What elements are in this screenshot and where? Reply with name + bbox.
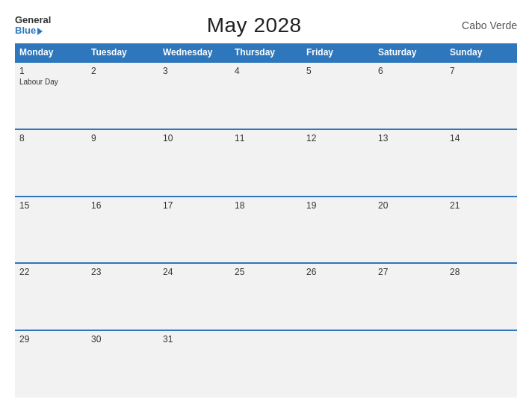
- day-number: 2: [91, 66, 154, 76]
- calendar-week-row: 293031: [15, 330, 517, 398]
- logo-blue-text: Blue: [15, 25, 51, 36]
- day-number: 10: [163, 133, 226, 143]
- day-number: 31: [163, 334, 226, 344]
- day-number: 9: [91, 133, 154, 143]
- day-number: 11: [235, 133, 297, 143]
- calendar-day-cell: 1Labour Day: [15, 62, 87, 129]
- col-header-monday: Monday: [15, 43, 87, 62]
- calendar-day-cell: 27: [374, 263, 445, 330]
- calendar-day-cell: 9: [87, 129, 158, 197]
- day-number: 30: [91, 334, 154, 344]
- col-header-friday: Friday: [302, 43, 374, 62]
- day-number: 7: [450, 66, 513, 76]
- calendar-day-cell: 4: [230, 62, 302, 129]
- col-header-sunday: Sunday: [445, 43, 517, 62]
- calendar-day-cell: 6: [374, 62, 445, 129]
- day-number: 23: [91, 267, 154, 277]
- day-number: 4: [235, 66, 297, 76]
- calendar-day-cell: 28: [445, 263, 517, 330]
- day-number: 29: [19, 334, 82, 344]
- col-header-saturday: Saturday: [374, 43, 445, 62]
- day-number: 13: [378, 133, 441, 143]
- calendar-day-cell: 19: [302, 197, 374, 264]
- day-number: 1: [19, 66, 82, 76]
- logo: General Blue: [15, 15, 51, 37]
- calendar-day-cell: 10: [158, 129, 230, 197]
- calendar-body: 1Labour Day23456789101112131415161718192…: [15, 62, 517, 398]
- day-number: 19: [306, 200, 369, 211]
- calendar-table: Monday Tuesday Wednesday Thursday Friday…: [15, 43, 517, 398]
- logo-blue-label: Blue: [15, 25, 36, 36]
- day-number: 27: [378, 267, 441, 277]
- day-number: 17: [163, 200, 226, 211]
- day-event: Labour Day: [19, 78, 82, 86]
- day-number: 20: [378, 200, 441, 211]
- col-header-thursday: Thursday: [230, 43, 302, 62]
- day-number: 6: [378, 66, 441, 76]
- calendar-day-cell: 23: [87, 263, 158, 330]
- calendar-day-cell: 18: [230, 197, 302, 264]
- logo-triangle-icon: [37, 28, 43, 35]
- calendar-day-cell: 17: [158, 197, 230, 264]
- calendar-day-cell: [302, 330, 374, 398]
- calendar-day-cell: 22: [15, 263, 87, 330]
- day-number: 5: [306, 66, 369, 76]
- calendar-day-cell: 12: [302, 129, 374, 197]
- calendar-day-cell: 21: [445, 197, 517, 264]
- calendar-week-row: 1Labour Day234567: [15, 62, 517, 129]
- calendar-day-cell: 2: [87, 62, 158, 129]
- day-number: 28: [450, 267, 513, 277]
- col-header-tuesday: Tuesday: [87, 43, 158, 62]
- logo-general-text: General: [15, 15, 51, 25]
- day-number: 22: [19, 267, 82, 277]
- calendar-day-cell: 30: [87, 330, 158, 398]
- day-number: 21: [450, 200, 513, 211]
- calendar-day-cell: [445, 330, 517, 398]
- calendar-week-row: 15161718192021: [15, 197, 517, 264]
- calendar-day-cell: 25: [230, 263, 302, 330]
- day-number: 18: [235, 200, 297, 211]
- calendar-day-cell: 15: [15, 197, 87, 264]
- calendar-header-row: Monday Tuesday Wednesday Thursday Friday…: [15, 43, 517, 62]
- calendar-day-cell: 5: [302, 62, 374, 129]
- day-number: 12: [306, 133, 369, 143]
- calendar-day-cell: 14: [445, 129, 517, 197]
- col-header-wednesday: Wednesday: [158, 43, 230, 62]
- calendar-day-cell: 16: [87, 197, 158, 264]
- day-number: 24: [163, 267, 226, 277]
- calendar-day-cell: 3: [158, 62, 230, 129]
- calendar-week-row: 22232425262728: [15, 263, 517, 330]
- day-number: 3: [163, 66, 226, 76]
- day-number: 15: [19, 200, 82, 211]
- calendar-day-cell: 7: [445, 62, 517, 129]
- calendar-day-cell: 11: [230, 129, 302, 197]
- calendar-title: May 2028: [51, 13, 457, 37]
- calendar-page: General Blue May 2028 Cabo Verde Monday …: [0, 0, 532, 411]
- calendar-day-cell: [374, 330, 445, 398]
- day-number: 25: [235, 267, 297, 277]
- calendar-day-cell: 26: [302, 263, 374, 330]
- calendar-week-row: 891011121314: [15, 129, 517, 197]
- calendar-day-cell: 29: [15, 330, 87, 398]
- page-header: General Blue May 2028 Cabo Verde: [15, 13, 517, 37]
- calendar-day-cell: 13: [374, 129, 445, 197]
- day-number: 8: [19, 133, 82, 143]
- calendar-day-cell: 24: [158, 263, 230, 330]
- calendar-day-cell: 8: [15, 129, 87, 197]
- calendar-day-cell: [230, 330, 302, 398]
- day-number: 26: [306, 267, 369, 277]
- calendar-day-cell: 20: [374, 197, 445, 264]
- calendar-day-cell: 31: [158, 330, 230, 398]
- day-number: 14: [450, 133, 513, 143]
- country-label: Cabo Verde: [457, 19, 517, 31]
- day-number: 16: [91, 200, 154, 211]
